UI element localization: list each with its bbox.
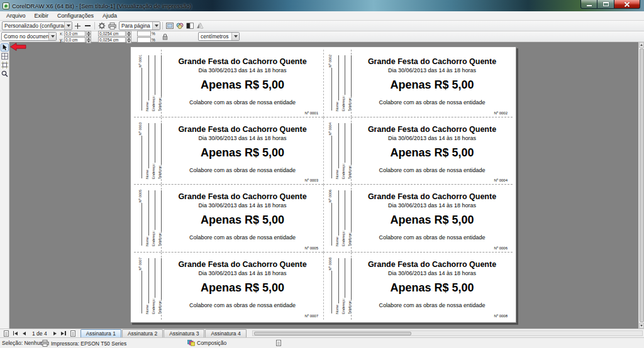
ticket-price: Apenas R$ 5,00 xyxy=(162,214,323,227)
ticket-stub-field-endereco: Endereço: xyxy=(149,55,155,111)
ticket: Nº0002 Nome: Endereço: Telefone: Grande … xyxy=(323,50,513,117)
menu-exibir[interactable]: Exibir xyxy=(30,12,53,19)
ticket-footer: Colabore com as obras de nossa entidade xyxy=(352,167,513,173)
ticket-stub-field-nome: Nome: xyxy=(333,122,339,179)
ticket-price: Apenas R$ 5,00 xyxy=(162,79,323,92)
plus-icon xyxy=(75,23,80,29)
ticket-stub-field-telefone: Telefone: xyxy=(155,190,162,246)
image-position-dropdown[interactable]: Como no documento xyxy=(1,32,57,41)
ticket-stub-field-endereco: Endereço: xyxy=(339,190,345,246)
ticket-stub: Nº0006 Nome: Endereço: Telefone: xyxy=(324,185,352,252)
y-spinner[interactable] xyxy=(86,37,91,43)
pick-tool-icon xyxy=(2,44,8,51)
next-page-button[interactable] xyxy=(51,330,59,337)
height-field[interactable] xyxy=(98,37,126,43)
ticket-price: Apenas R$ 5,00 xyxy=(352,214,513,227)
full-screen-icon xyxy=(166,23,174,29)
document-icon xyxy=(276,340,281,346)
invert-button[interactable] xyxy=(185,21,195,31)
chevron-down-icon xyxy=(64,22,72,30)
lock-ratio-button[interactable] xyxy=(162,33,168,40)
tab-assinatura-2[interactable]: Assinatura 2 xyxy=(122,329,163,337)
ticket-stub-number: Nº0003 xyxy=(136,122,142,179)
previous-page-button[interactable] xyxy=(20,330,28,337)
tab-assinatura-1[interactable]: Assinatura 1 xyxy=(80,329,121,337)
ticket-stub-number: Nº0002 xyxy=(326,55,332,111)
ticket-stub-field-telefone: Telefone: xyxy=(345,55,352,111)
ticket-stub-number: Nº0007 xyxy=(136,258,142,314)
horizontal-scrollbar-thumb[interactable] xyxy=(254,332,411,335)
separations-icon xyxy=(176,23,184,29)
ticket: Nº0008 Nome: Endereço: Telefone: Grande … xyxy=(323,253,513,320)
mirror-icon xyxy=(196,23,204,29)
ticket-stub-field-telefone: Telefone: xyxy=(155,122,162,179)
ticket-stub-number: Nº0005 xyxy=(136,190,142,246)
menu-arquivo[interactable]: Arquivo xyxy=(2,12,30,19)
menu-bar: Arquivo Exibir Configurações Ajuda xyxy=(0,11,644,21)
app-icon xyxy=(3,3,9,9)
minimize-button[interactable] xyxy=(580,0,597,9)
units-dropdown[interactable]: centímetros xyxy=(198,32,240,41)
ticket-date: Dia 30/06/2013 das 14 às 18 horas xyxy=(352,270,513,276)
menu-configuracoes[interactable]: Configurações xyxy=(53,12,98,19)
ticket-price: Apenas R$ 5,00 xyxy=(352,79,513,92)
marks-placement-tool-button[interactable] xyxy=(1,61,9,69)
ticket-date: Dia 30/06/2013 das 14 às 18 horas xyxy=(352,67,513,73)
zoom-dropdown[interactable]: Para página xyxy=(119,21,160,30)
ticket-title: Grande Festa do Cachorro Quente xyxy=(162,260,323,269)
y-position-field[interactable] xyxy=(64,37,86,43)
ticket-stub: Nº0002 Nome: Endereço: Telefone: xyxy=(324,50,352,117)
maximize-icon xyxy=(603,2,609,6)
ticket-stub-field-nome: Nome: xyxy=(143,55,149,111)
scroll-down-button[interactable] xyxy=(639,323,644,329)
imposition-layout-tool-button[interactable] xyxy=(1,52,9,60)
imposition-layout-icon xyxy=(1,53,8,60)
close-button[interactable] xyxy=(614,0,640,9)
tab-assinatura-4[interactable]: Assinatura 4 xyxy=(205,329,246,337)
ticket-footer: Colabore com as obras de nossa entidade xyxy=(352,302,513,308)
tab-assinatura-3[interactable]: Assinatura 3 xyxy=(164,329,204,337)
width-field[interactable] xyxy=(98,31,126,36)
scale-width-field[interactable] xyxy=(137,31,151,36)
menu-ajuda[interactable]: Ajuda xyxy=(98,12,121,19)
horizontal-scrollbar[interactable] xyxy=(252,330,643,336)
vertical-scrollbar-thumb[interactable] xyxy=(640,48,644,322)
print-options-button[interactable] xyxy=(97,21,107,31)
color-separations-button[interactable] xyxy=(175,21,185,31)
full-screen-preview-button[interactable] xyxy=(165,21,175,31)
mirror-button[interactable] xyxy=(195,21,205,31)
ticket-stub-field-telefone: Telefone: xyxy=(345,190,352,246)
ticket-stub: Nº0008 Nome: Endereço: Telefone: xyxy=(324,253,352,320)
ticket-stub: Nº0001 Nome: Endereço: Telefone: xyxy=(134,50,162,117)
sheet-icon xyxy=(70,330,75,337)
x-position-field[interactable] xyxy=(64,31,86,36)
ticket: Nº0005 Nome: Endereço: Telefone: Grande … xyxy=(134,185,323,253)
delete-print-style-button[interactable] xyxy=(82,21,92,31)
maximize-button[interactable] xyxy=(597,0,614,9)
gear-icon xyxy=(98,22,106,30)
ticket-body: Grande Festa do Cachorro Quente Dia 30/0… xyxy=(162,253,323,320)
zoom-icon xyxy=(1,70,8,77)
add-print-style-button[interactable] xyxy=(72,21,82,31)
vertical-scrollbar[interactable] xyxy=(638,42,644,329)
ticket-stub-number: Nº0001 xyxy=(136,55,142,111)
ticket-number: Nº 0005 xyxy=(304,246,318,250)
print-style-dropdown[interactable]: Personalizado (configurações a... xyxy=(2,21,72,30)
scale-height-field[interactable] xyxy=(137,37,151,43)
ticket-date: Dia 30/06/2013 das 14 às 18 horas xyxy=(162,67,323,73)
toolbar-separator xyxy=(162,22,163,30)
ticket: Nº0003 Nome: Endereço: Telefone: Grande … xyxy=(134,117,323,185)
invert-icon xyxy=(186,23,194,29)
pick-tool-button[interactable] xyxy=(1,43,9,52)
scroll-up-button[interactable] xyxy=(639,42,644,48)
ticket-stub-field-endereco: Endereço: xyxy=(149,122,155,179)
image-position-toolbar: Como no documento x: y: xyxy=(0,31,644,42)
zoom-tool-button[interactable] xyxy=(1,70,9,78)
print-button[interactable] xyxy=(107,21,117,31)
height-spinner[interactable] xyxy=(126,37,131,43)
x-spinner[interactable] xyxy=(86,31,91,36)
first-page-button[interactable] xyxy=(11,330,19,337)
last-page-button[interactable] xyxy=(60,330,68,337)
width-spinner[interactable] xyxy=(126,31,131,36)
ticket-title: Grande Festa do Cachorro Quente xyxy=(162,57,323,66)
